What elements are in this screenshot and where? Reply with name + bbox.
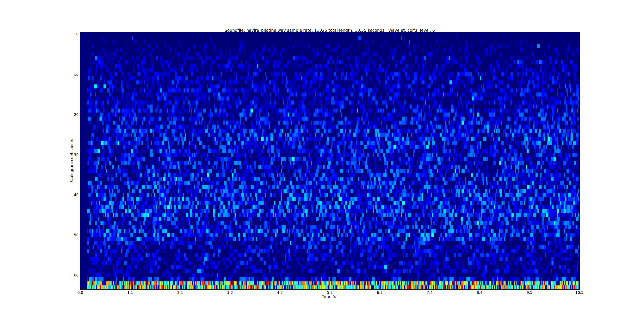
- y-tick-label: 40: [66, 193, 78, 197]
- x-tick-label: 6.3: [377, 290, 382, 295]
- x-tick-label: 8.4: [476, 290, 482, 295]
- x-tick-label: 1.1: [127, 290, 133, 295]
- x-tick-label: 2.1: [177, 290, 183, 295]
- x-tick-label: 10.5: [575, 290, 584, 295]
- y-tick-label: 10: [66, 72, 78, 77]
- y-tick-label: 30: [66, 153, 78, 157]
- scalogram-heatmap: [80, 32, 580, 290]
- y-axis-label: Scalogram coefficients: [69, 139, 74, 183]
- y-tick-label: 0: [66, 32, 78, 36]
- x-axis-label: Time (s): [322, 294, 338, 299]
- x-tick-label: 5.3: [327, 290, 333, 295]
- figure: Soundfile: navire_pilotine.wav sample ra…: [0, 0, 644, 322]
- x-tick-label: 0.0: [77, 290, 83, 295]
- x-tick-label: 9.5: [526, 290, 532, 295]
- y-tick-label: 60: [66, 273, 78, 277]
- x-tick-label: 3.2: [227, 290, 233, 295]
- y-tick-label: 20: [66, 112, 78, 117]
- y-tick-label: 50: [66, 233, 78, 237]
- x-tick-label: 4.2: [277, 290, 283, 295]
- x-tick-label: 7.4: [427, 290, 432, 295]
